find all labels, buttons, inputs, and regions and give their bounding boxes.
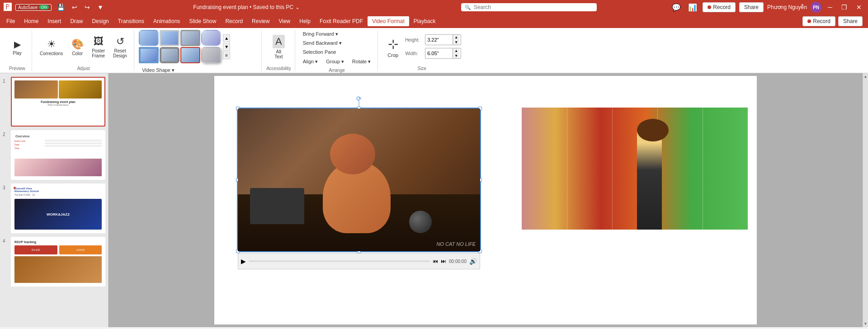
- menu-home[interactable]: Home: [19, 16, 43, 26]
- video-skip-forward[interactable]: ⏭: [441, 258, 446, 264]
- minimize-button[interactable]: ─: [825, 3, 835, 12]
- menu-slideshow[interactable]: Slide Show: [184, 16, 221, 26]
- video-play-button[interactable]: ▶: [241, 258, 246, 265]
- reset-icon: ↺: [116, 36, 124, 47]
- locker-line-1: [567, 108, 567, 230]
- slide2-lines: [45, 140, 102, 158]
- close-button[interactable]: ✕: [854, 3, 864, 12]
- slide-thumb-2[interactable]: Overview Event Lore Date Time: [11, 130, 105, 180]
- reset-design-button[interactable]: ↺ Reset Design: [110, 33, 130, 61]
- redo-button[interactable]: ↪: [83, 3, 92, 12]
- search-input[interactable]: [474, 4, 593, 10]
- user-name: Phương Nguyễn: [767, 4, 807, 10]
- styles-scroll-up[interactable]: ▲: [223, 34, 230, 42]
- record-button-top[interactable]: Record: [703, 2, 736, 12]
- slide-thumb-4[interactable]: RSVP tracking 81/100 14/100: [11, 237, 105, 287]
- width-decrease[interactable]: ▼: [453, 53, 459, 58]
- undo-button[interactable]: ↩: [70, 3, 79, 12]
- share-button-top[interactable]: Share: [739, 2, 764, 12]
- powerpoint-icon: 🅿: [4, 3, 12, 12]
- send-backward-button[interactable]: Send Backward ▾: [300, 39, 345, 47]
- menu-view[interactable]: View: [274, 16, 295, 26]
- poster-frame-button[interactable]: 🖼 Poster Frame: [89, 33, 108, 61]
- search-bar[interactable]: 🔍: [461, 3, 597, 11]
- width-input[interactable]: [425, 50, 453, 56]
- slide-thumb-3[interactable]: Emerald ViewElementary School Tue Dec 8 …: [11, 183, 105, 233]
- width-increase[interactable]: ▲: [453, 48, 459, 53]
- slide-item-2[interactable]: 2 Overview Event Lore Date Time: [3, 130, 105, 180]
- menu-transitions[interactable]: Transitions: [113, 16, 149, 26]
- selection-pane-button[interactable]: Selection Pane: [300, 48, 340, 56]
- ribbon-video-styles-group: ▲ ▼ ≡ Video Shape ▾ Video Border ▾ Video…: [135, 30, 262, 71]
- alt-text-button[interactable]: A Alt Text: [268, 33, 289, 61]
- record-area: Record Share: [802, 16, 866, 26]
- record-button-menu[interactable]: Record: [802, 16, 835, 26]
- present-button[interactable]: 📊: [686, 2, 699, 13]
- slide2-left: Event Lore Date Time: [14, 140, 43, 158]
- style-thumb-7[interactable]: [180, 47, 200, 63]
- height-input[interactable]: [425, 37, 453, 43]
- autosave-toggle[interactable]: ON: [39, 5, 49, 9]
- style-thumb-2[interactable]: [160, 30, 179, 46]
- slide-thumb-1[interactable]: Fundraising event plan Proin ut lacinia …: [11, 77, 105, 127]
- video-element[interactable]: ⟳: [237, 108, 481, 252]
- titlebar-center: Fundraising event plan • Saved to this P…: [105, 4, 388, 10]
- menu-draw[interactable]: Draw: [66, 16, 87, 26]
- height-increase[interactable]: ▲: [453, 35, 459, 40]
- ribbon-accessibility-group: A Alt Text Accessibility: [263, 30, 295, 71]
- menu-animations[interactable]: Animations: [149, 16, 184, 26]
- menu-insert[interactable]: Insert: [43, 16, 66, 26]
- comments-button[interactable]: 💬: [670, 2, 683, 13]
- video-skip-back[interactable]: ⏮: [433, 258, 438, 264]
- video-progress-bar[interactable]: [249, 260, 430, 262]
- slide3-title: Emerald ViewElementary School: [14, 187, 102, 193]
- video-volume-button[interactable]: 🔊: [469, 258, 477, 265]
- styles-scroll-down[interactable]: ▼: [223, 43, 230, 51]
- menu-foxit[interactable]: Foxit Reader PDF: [315, 16, 368, 26]
- cat-watermark: NO CAT NO LIFE: [436, 241, 476, 247]
- styles-expand[interactable]: ≡: [223, 52, 230, 59]
- save-button[interactable]: 💾: [55, 3, 66, 12]
- customize-button[interactable]: ▼: [95, 3, 105, 12]
- style-thumb-4[interactable]: [201, 30, 221, 46]
- menu-help[interactable]: Help: [295, 16, 315, 26]
- restore-button[interactable]: ❐: [839, 3, 850, 12]
- slide4-title: RSVP tracking: [14, 240, 102, 244]
- vertical-scrollbar[interactable]: ▲ ▼: [863, 73, 868, 327]
- play-button[interactable]: ▶ Play: [6, 37, 28, 58]
- style-thumb-6[interactable]: [160, 47, 179, 63]
- share-button-menu[interactable]: Share: [838, 16, 863, 26]
- rotate-button[interactable]: Rotate ▾: [349, 57, 374, 66]
- menu-file[interactable]: File: [2, 16, 19, 26]
- style-thumb-8[interactable]: [201, 47, 221, 63]
- slide-item-3[interactable]: 3 Emerald ViewElementary School Tue Dec …: [3, 183, 105, 233]
- menu-playback[interactable]: Playback: [409, 16, 440, 26]
- video-controls: ▶ ⏮ ⏭ 00:00:00 🔊: [238, 253, 480, 269]
- group-button[interactable]: Group ▾: [323, 57, 347, 66]
- menu-record[interactable]: Record: [221, 16, 247, 26]
- menu-design[interactable]: Design: [87, 16, 113, 26]
- slide-item-4[interactable]: 4 RSVP tracking 81/100 14/100: [3, 237, 105, 287]
- slide3-meta: Tue Dec 8 2021 · 12: [14, 193, 102, 196]
- height-decrease[interactable]: ▼: [453, 40, 459, 45]
- scroll-down-arrow[interactable]: ▼: [863, 320, 868, 327]
- align-button[interactable]: Align ▾: [300, 57, 321, 66]
- doc-title-arrow[interactable]: ⌄: [295, 4, 300, 10]
- style-thumb-3[interactable]: [180, 30, 200, 46]
- ribbon-preview-group: ▶ Play Preview: [3, 30, 32, 71]
- titlebar: 🅿 AutoSave ON 💾 ↩ ↪ ▼ Fundraising event …: [0, 0, 868, 14]
- style-thumb-1[interactable]: [139, 30, 159, 46]
- user-area: 💬 📊 Record Share Phương Nguyễn PN ─ ❐ ✕: [670, 2, 864, 13]
- menu-videoformat[interactable]: Video Format: [368, 16, 409, 26]
- scroll-up-arrow[interactable]: ▲: [863, 73, 868, 80]
- style-thumb-5[interactable]: [139, 47, 159, 63]
- slide3-img: WORK&JAZZ: [14, 199, 102, 230]
- menu-review[interactable]: Review: [247, 16, 274, 26]
- corrections-button[interactable]: ☀ Corrections: [37, 36, 66, 58]
- crop-button[interactable]: ⊹ Crop: [382, 34, 403, 60]
- color-button[interactable]: 🎨 Color: [68, 36, 87, 58]
- ribbon: ▶ Play Preview ☀ Corrections 🎨 Color 🖼 P…: [0, 28, 868, 73]
- bring-forward-button[interactable]: Bring Forward ▾: [300, 30, 341, 38]
- autosave-badge[interactable]: AutoSave ON: [15, 4, 52, 11]
- slide-item-1[interactable]: 1 Fundraising event plan Proin ut lacini…: [3, 77, 105, 127]
